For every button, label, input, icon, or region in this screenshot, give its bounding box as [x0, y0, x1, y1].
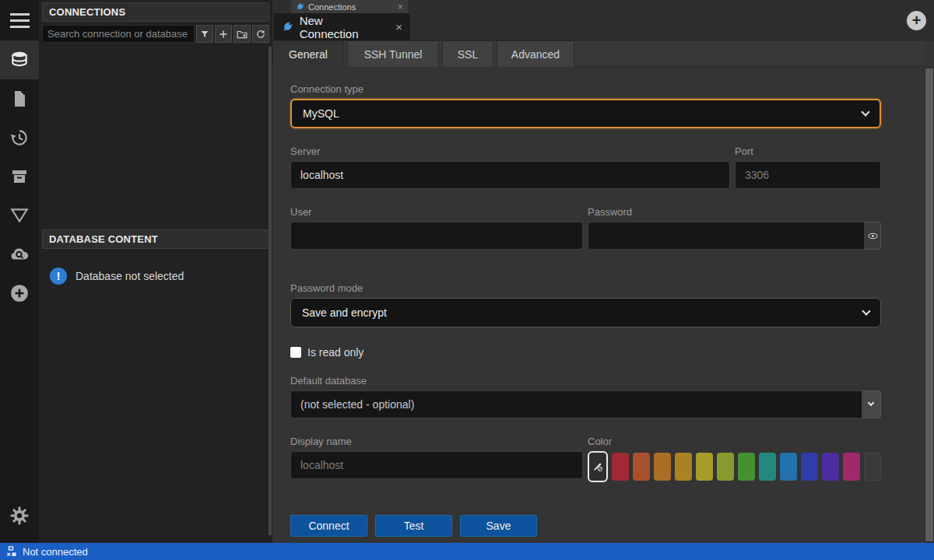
password-mode-label: Password mode: [290, 282, 881, 294]
color-swatch[interactable]: [759, 453, 776, 481]
connect-button[interactable]: Connect: [290, 515, 367, 537]
color-swatch[interactable]: [801, 453, 818, 481]
connections-list[interactable]: [39, 43, 272, 227]
show-password-button[interactable]: [865, 222, 881, 250]
sidebar-item-archive[interactable]: [0, 157, 39, 196]
connection-form-tabs: General SSH Tunnel SSL Advanced: [272, 40, 925, 67]
scrollbar-thumb[interactable]: [925, 68, 933, 541]
sidebar-item-history[interactable]: [0, 118, 39, 157]
cloud-search-icon: [9, 244, 30, 264]
search-input[interactable]: [42, 25, 195, 43]
color-swatch[interactable]: [633, 453, 650, 481]
port-label: Port: [735, 145, 881, 157]
connections-panel-header: CONNECTIONS: [42, 2, 269, 22]
tab-ssh-tunnel[interactable]: SSH Tunnel: [347, 40, 439, 67]
test-button[interactable]: Test: [375, 515, 452, 537]
status-text: Not connected: [23, 546, 88, 558]
color-swatch[interactable]: [654, 453, 671, 481]
password-mode-select[interactable]: Save and encrypt: [290, 298, 881, 327]
plug-icon: [282, 21, 293, 33]
database-content-header: DATABASE CONTENT: [42, 229, 269, 249]
history-icon: [9, 128, 30, 148]
color-swatch[interactable]: [675, 453, 692, 481]
new-folder-icon: [237, 30, 248, 39]
file-icon: [10, 89, 29, 108]
tab-ssl[interactable]: SSL: [442, 40, 493, 67]
close-icon[interactable]: ×: [398, 2, 403, 12]
color-swatch[interactable]: [696, 453, 713, 481]
status-bar: Not connected: [0, 543, 934, 560]
gear-icon: [9, 506, 30, 526]
tab-advanced[interactable]: Advanced: [497, 40, 574, 67]
connection-type-label: Connection type: [290, 83, 881, 95]
add-circle-icon: [9, 283, 30, 303]
user-input[interactable]: [290, 222, 583, 250]
password-input[interactable]: [588, 222, 865, 250]
settings-button[interactable]: [0, 496, 39, 535]
database-icon: [9, 50, 30, 70]
password-label: Password: [588, 206, 881, 218]
display-name-input[interactable]: [290, 451, 583, 479]
sidebar-item-connections[interactable]: [0, 40, 39, 79]
sidebar-item-filters[interactable]: [0, 196, 39, 235]
color-swatch-none[interactable]: [864, 453, 881, 481]
server-input[interactable]: [290, 161, 730, 189]
read-only-checkbox[interactable]: [290, 347, 301, 358]
color-picker: [588, 451, 881, 482]
sidebar-item-files[interactable]: [0, 79, 39, 118]
app-window: CONNECTIONS: [0, 0, 934, 560]
menu-icon[interactable]: [0, 0, 39, 40]
color-swatch[interactable]: [822, 453, 839, 481]
new-folder-button[interactable]: [234, 25, 251, 43]
database-not-selected-message: ! Database not selected: [50, 268, 272, 285]
info-icon: !: [50, 268, 67, 285]
color-swatch[interactable]: [612, 453, 629, 481]
sidebar-item-cloud-search[interactable]: [0, 235, 39, 274]
chevron-down-icon: [862, 306, 870, 315]
connection-type-select[interactable]: MySQL: [290, 99, 881, 128]
tab-general[interactable]: General: [272, 40, 344, 67]
default-database-label: Default database: [290, 375, 881, 387]
save-button[interactable]: Save: [460, 515, 537, 537]
sidebar-item-add-connection[interactable]: [0, 274, 39, 313]
read-only-label: Is read only: [307, 346, 363, 359]
color-swatch[interactable]: [738, 453, 755, 481]
refresh-button[interactable]: [252, 25, 269, 43]
connection-form: Connection type MySQL Server Port User P…: [272, 67, 925, 543]
port-input[interactable]: [735, 161, 881, 189]
tab-strip: Connections × New Connection × +: [272, 0, 934, 40]
color-swatch[interactable]: [780, 453, 797, 481]
chevron-down-icon: [861, 107, 869, 116]
vertical-scrollbar[interactable]: [925, 67, 934, 543]
default-database-input[interactable]: (not selected - optional): [290, 390, 862, 418]
default-database-dropdown-button[interactable]: [862, 390, 881, 418]
tab-connections[interactable]: Connections ×: [291, 0, 408, 13]
filter-triangle-icon: [9, 205, 30, 226]
disconnected-icon: [6, 546, 17, 557]
server-label: Server: [290, 145, 730, 157]
user-label: User: [290, 206, 583, 218]
add-connection-button[interactable]: [215, 25, 232, 43]
filter-button[interactable]: [196, 25, 213, 43]
filter-icon: [200, 30, 209, 39]
refresh-icon: [256, 30, 265, 39]
color-swatch[interactable]: [717, 453, 734, 481]
add-icon: [219, 30, 228, 39]
left-panel-scrollbar[interactable]: [269, 47, 272, 535]
left-panel: CONNECTIONS: [39, 0, 272, 543]
plus-icon: +: [912, 12, 922, 28]
brush-no-color-icon: [592, 461, 603, 472]
eye-icon: [868, 231, 878, 241]
activity-bar: [0, 0, 39, 543]
plug-icon: [296, 2, 304, 11]
close-icon[interactable]: ×: [395, 20, 402, 33]
color-swatch[interactable]: [843, 453, 860, 481]
archive-icon: [10, 167, 29, 186]
no-color-button[interactable]: [588, 451, 608, 482]
color-label: Color: [588, 436, 881, 447]
display-name-label: Display name: [290, 436, 583, 447]
tab-new-connection[interactable]: New Connection ×: [274, 13, 410, 40]
new-tab-button[interactable]: +: [907, 11, 926, 30]
chevron-down-icon: [868, 400, 874, 406]
